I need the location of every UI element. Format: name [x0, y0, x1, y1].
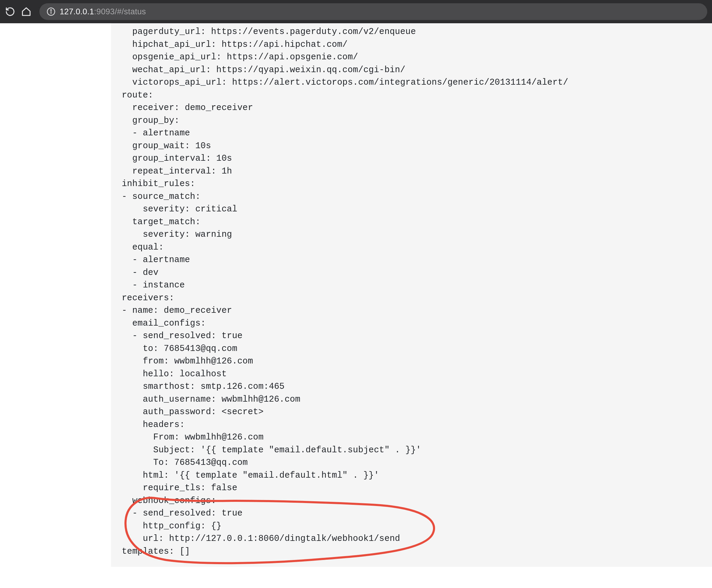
page-content: pagerduty_url: https://events.pagerduty.…	[0, 23, 712, 567]
reload-button[interactable]	[5, 6, 16, 17]
url-host: 127.0.0.1	[60, 7, 94, 16]
url-port: :9093	[94, 7, 115, 16]
config-container: pagerduty_url: https://events.pagerduty.…	[111, 23, 712, 567]
url-text: 127.0.0.1:9093/#/status	[60, 7, 146, 16]
url-path: /#/status	[115, 7, 146, 16]
svg-point-2	[51, 9, 52, 10]
site-info-icon[interactable]	[46, 7, 56, 16]
address-bar[interactable]: 127.0.0.1:9093/#/status	[39, 3, 707, 20]
browser-chrome: 127.0.0.1:9093/#/status	[0, 0, 712, 23]
config-yaml: pagerduty_url: https://events.pagerduty.…	[111, 26, 712, 558]
home-button[interactable]	[21, 6, 32, 17]
